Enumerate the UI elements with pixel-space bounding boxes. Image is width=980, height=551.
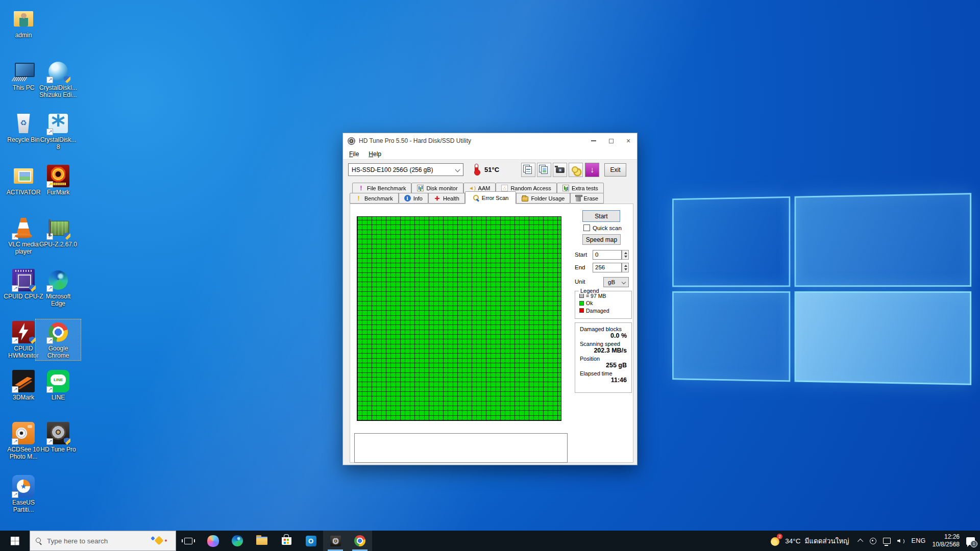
tab-erase[interactable]: Erase	[570, 193, 604, 204]
tab-folder-usage[interactable]: Folder Usage	[516, 193, 570, 204]
desktop-icon-chrome[interactable]: Google Chrome	[36, 319, 81, 360]
maximize-button[interactable]	[602, 133, 620, 148]
start-field[interactable]: 0	[593, 250, 622, 260]
taskbar-search[interactable]	[30, 531, 176, 551]
task-view-icon	[184, 538, 192, 544]
chevron-down-icon	[455, 167, 460, 172]
end-field[interactable]: 256	[593, 263, 622, 272]
copy-image-icon	[541, 166, 548, 174]
stat-value: 255 gB	[575, 362, 631, 369]
hdtune-window: HD Tune Pro 5.50 - Hard Disk/SSD Utility…	[342, 133, 638, 465]
desktop-icon-crystal8[interactable]: CrystalDisk... 8	[36, 111, 81, 152]
hwmonitor-icon	[12, 321, 35, 343]
tab-extra-tests[interactable]: Extra tests	[557, 183, 604, 193]
keys-button[interactable]	[569, 163, 583, 177]
task-view-button[interactable]	[176, 531, 201, 551]
desktop-icon-hdtune[interactable]: HD Tune Pro	[36, 420, 81, 454]
tab-label: Extra tests	[572, 185, 598, 191]
desktop-icon-furmark[interactable]: FurMark	[36, 163, 81, 197]
tab-label: AAM	[478, 185, 491, 191]
tab-error-scan[interactable]: Error Scan	[465, 191, 517, 204]
tray-expand-icon[interactable]	[857, 539, 863, 544]
desktop-icon-label: EaseUS Partiti...	[2, 499, 45, 513]
speed-map-button[interactable]: Speed map	[582, 234, 621, 245]
volume-icon[interactable]	[897, 538, 905, 544]
start-scan-button[interactable]: Start	[582, 210, 620, 222]
close-button[interactable]: ×	[620, 133, 637, 148]
desktop-icon-edge[interactable]: Microsoft Edge	[36, 267, 81, 308]
shortcut-arrow-icon	[46, 386, 53, 393]
toolbar: HS-SSD-E100 256G (256 gB) 51°C ↓ Exit	[343, 160, 637, 180]
erase-tab-icon	[576, 196, 581, 202]
desktop-icon-admin[interactable]: admin	[1, 6, 46, 40]
minimize-button[interactable]	[585, 133, 602, 148]
legend-title: Legend	[579, 288, 601, 294]
clock-date: 10/8/2568	[933, 541, 960, 548]
clock[interactable]: 12:26 10/8/2568	[933, 533, 960, 548]
taskbar-app-store[interactable]	[274, 531, 299, 551]
unit-select[interactable]: gB	[603, 277, 629, 287]
desktop-icon-gpuz[interactable]: GPU-Z.2.67.0	[36, 215, 81, 249]
weather-widget[interactable]: 34°C มีแดดส่วนใหญ่	[768, 535, 852, 546]
taskbar: 34°C มีแดดส่วนใหญ่ ENG 12:26 10/8/2568	[0, 531, 980, 551]
start-field-spinner[interactable]	[622, 250, 629, 260]
taskbar-app-hdtune[interactable]	[323, 531, 348, 551]
title-bar[interactable]: HD Tune Pro 5.50 - Hard Disk/SSD Utility…	[343, 133, 637, 148]
language-indicator[interactable]: ENG	[912, 537, 926, 544]
tray-app-icon[interactable]	[870, 538, 876, 544]
exit-button[interactable]: Exit	[604, 163, 626, 177]
legend-label: Ok	[586, 300, 593, 306]
exit-label: Exit	[610, 166, 620, 173]
store-icon	[282, 537, 291, 545]
menu-help[interactable]: Help	[369, 151, 381, 158]
shortcut-arrow-icon	[12, 233, 18, 240]
stat-label: Position	[575, 356, 631, 362]
taskbar-app-outlook[interactable]	[299, 531, 323, 551]
desktop-icon-crystalinfo[interactable]: CrystalDiskI... Shizuku Edi...	[36, 59, 81, 99]
shortcut-arrow-icon	[46, 129, 53, 135]
taskbar-app-copilot[interactable]	[201, 531, 225, 551]
drive-select[interactable]: HS-SSD-E100 256G (256 gB)	[348, 163, 463, 176]
taskbar-app-chrome[interactable]	[348, 531, 372, 551]
tab-file-benchmark[interactable]: File Benchmark	[352, 183, 411, 193]
screenshot-button[interactable]	[553, 163, 567, 177]
explorer-icon	[256, 537, 267, 545]
tab-info[interactable]: Info	[399, 193, 428, 204]
keys-icon	[572, 166, 580, 174]
uac-shield-icon	[64, 233, 70, 240]
tab-health[interactable]: Health	[428, 193, 465, 204]
quick-scan-checkbox[interactable]	[583, 224, 590, 231]
tab-label: Random Access	[510, 185, 551, 191]
uac-shield-icon	[29, 337, 36, 344]
copy-image-button[interactable]	[537, 163, 551, 177]
desktop-icon-line[interactable]: LINE	[36, 368, 81, 402]
network-icon[interactable]	[883, 538, 891, 544]
info-tab-icon	[404, 195, 411, 202]
health-tab-icon	[434, 195, 440, 202]
tab-label: Benchmark	[364, 195, 393, 202]
end-field-spinner[interactable]	[622, 263, 629, 272]
stat-scanning-speed: Scanning speed202.3 MB/s	[575, 341, 631, 354]
copy-text-button[interactable]	[521, 163, 535, 177]
action-center-icon[interactable]	[966, 537, 975, 545]
stat-position: Position255 gB	[575, 356, 631, 369]
taskbar-app-explorer[interactable]	[250, 531, 274, 551]
aam-tab-icon	[469, 185, 476, 191]
line-icon	[47, 370, 69, 392]
uac-shield-icon	[64, 76, 70, 83]
crystalinfo-icon	[47, 60, 69, 83]
tab-disk-monitor[interactable]: Disk monitor	[411, 183, 463, 193]
error-scan-page: Start Quick scan Speed map Start 0 End 2…	[350, 204, 633, 463]
download-button[interactable]: ↓	[585, 163, 599, 177]
folder-tab-icon	[522, 196, 528, 202]
taskbar-app-edge[interactable]	[225, 531, 250, 551]
ra-tab-icon	[501, 185, 508, 191]
shortcut-arrow-icon	[12, 438, 18, 445]
shortcut-arrow-icon	[12, 285, 18, 292]
menu-file[interactable]: File	[349, 151, 359, 158]
uac-shield-icon	[64, 438, 70, 445]
search-input[interactable]	[47, 537, 144, 545]
tab-benchmark[interactable]: Benchmark	[350, 193, 399, 204]
desktop-icon-easeus[interactable]: EaseUS Partiti...	[1, 473, 46, 514]
start-button[interactable]	[0, 531, 30, 551]
